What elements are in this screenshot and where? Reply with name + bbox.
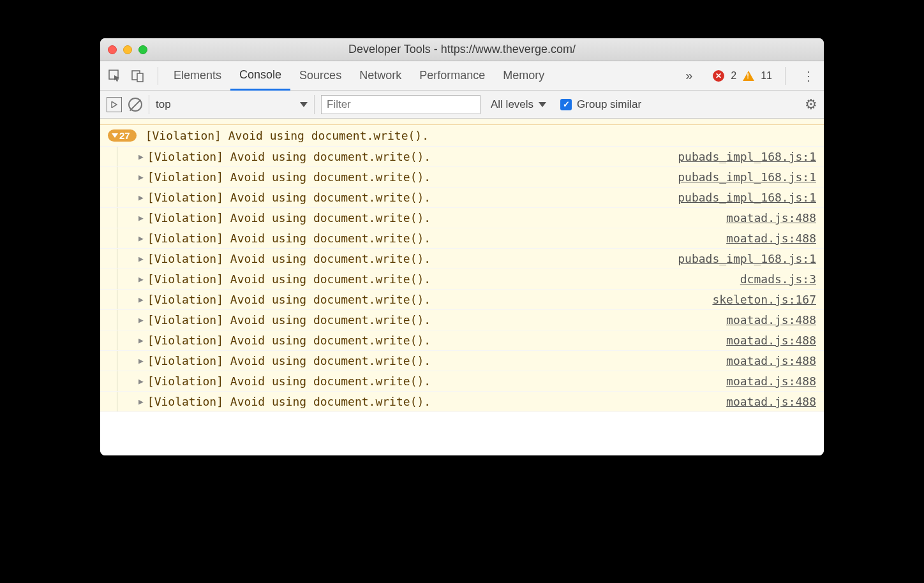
message-source-link[interactable]: moatad.js:488	[726, 232, 816, 245]
chevron-down-icon	[300, 102, 308, 107]
group-count: 27	[119, 130, 130, 141]
close-window-button[interactable]	[108, 45, 117, 54]
clear-console-icon[interactable]	[128, 98, 142, 112]
message-text: [Violation] Avoid using document.write()…	[147, 232, 431, 245]
separator	[785, 67, 786, 85]
message-text: [Violation] Avoid using document.write()…	[147, 252, 431, 265]
tabs-overflow-button[interactable]: »	[685, 68, 692, 83]
message-source-link[interactable]: moatad.js:488	[726, 374, 816, 388]
expand-triangle-icon[interactable]: ▶	[138, 295, 144, 304]
console-message-row[interactable]: ▶[Violation] Avoid using document.write(…	[100, 167, 824, 188]
console-message-row[interactable]: ▶[Violation] Avoid using document.write(…	[100, 290, 824, 310]
traffic-lights	[108, 45, 147, 54]
maximize-window-button[interactable]	[138, 45, 147, 54]
error-count[interactable]: 2	[731, 70, 736, 82]
message-text: [Violation] Avoid using document.write()…	[147, 211, 431, 225]
expand-triangle-icon[interactable]: ▶	[138, 213, 144, 223]
warning-count[interactable]: 11	[761, 70, 772, 82]
message-source-link[interactable]: moatad.js:488	[726, 313, 816, 327]
message-text: [Violation] Avoid using document.write()…	[147, 354, 431, 367]
log-levels-select[interactable]: All levels	[487, 98, 550, 111]
log-levels-label: All levels	[491, 98, 533, 111]
message-text: [Violation] Avoid using document.write()…	[147, 150, 431, 163]
console-message-row[interactable]: ▶[Violation] Avoid using document.write(…	[100, 269, 824, 290]
message-source-link[interactable]: pubads_impl_168.js:1	[678, 191, 816, 204]
message-source-link[interactable]: moatad.js:488	[726, 354, 816, 367]
expand-triangle-icon[interactable]: ▶	[138, 274, 144, 284]
console-message-row[interactable]: ▶[Violation] Avoid using document.write(…	[100, 392, 824, 412]
group-message-text: [Violation] Avoid using document.write()…	[145, 129, 429, 142]
error-badge-icon[interactable]: ✕	[713, 70, 724, 82]
titlebar: Developer Tools - https://www.theverge.c…	[100, 38, 824, 61]
console-message-row[interactable]: ▶[Violation] Avoid using document.write(…	[100, 208, 824, 228]
execution-context-value: top	[156, 98, 171, 111]
expand-triangle-icon[interactable]: ▶	[138, 254, 144, 263]
device-mode-icon[interactable]	[128, 66, 147, 85]
chevron-down-icon	[539, 102, 546, 107]
settings-gear-icon[interactable]: ⚙	[805, 96, 817, 113]
tab-network[interactable]: Network	[350, 61, 410, 90]
message-source-link[interactable]: pubads_impl_168.js:1	[678, 150, 816, 163]
message-source-link[interactable]: moatad.js:488	[726, 211, 816, 225]
tab-performance[interactable]: Performance	[410, 61, 494, 90]
group-count-badge: 27	[108, 129, 137, 142]
group-similar-label: Group similar	[577, 98, 641, 111]
expand-triangle-icon[interactable]: ▶	[138, 233, 144, 243]
previous-message-row	[100, 119, 824, 125]
tab-console[interactable]: Console	[230, 61, 290, 91]
message-text: [Violation] Avoid using document.write()…	[147, 334, 431, 347]
expand-triangle-icon[interactable]: ▶	[138, 397, 144, 406]
expand-triangle-icon[interactable]: ▶	[138, 193, 144, 202]
console-toolbar: top All levels ✓ Group similar ⚙	[100, 91, 824, 119]
message-source-link[interactable]: moatad.js:488	[726, 334, 816, 347]
checkbox-checked-icon: ✓	[560, 99, 572, 110]
expand-triangle-icon[interactable]: ▶	[138, 172, 144, 182]
message-text: [Violation] Avoid using document.write()…	[147, 272, 431, 286]
console-message-row[interactable]: ▶[Violation] Avoid using document.write(…	[100, 228, 824, 249]
chevron-down-icon	[112, 133, 118, 138]
expand-triangle-icon[interactable]: ▶	[138, 152, 144, 161]
minimize-window-button[interactable]	[123, 45, 132, 54]
tab-elements[interactable]: Elements	[165, 61, 230, 90]
show-console-sidebar-icon[interactable]	[107, 97, 122, 112]
expand-triangle-icon[interactable]: ▶	[138, 315, 144, 325]
separator	[158, 67, 158, 85]
message-text: [Violation] Avoid using document.write()…	[147, 170, 431, 184]
message-source-link[interactable]: pubads_impl_168.js:1	[678, 170, 816, 184]
message-text: [Violation] Avoid using document.write()…	[147, 374, 431, 388]
console-message-row[interactable]: ▶[Violation] Avoid using document.write(…	[100, 330, 824, 351]
message-source-link[interactable]: pubads_impl_168.js:1	[678, 252, 816, 265]
expand-triangle-icon[interactable]: ▶	[138, 336, 144, 345]
filter-input[interactable]	[321, 95, 481, 114]
console-message-row[interactable]: ▶[Violation] Avoid using document.write(…	[100, 351, 824, 371]
execution-context-select[interactable]: top	[149, 95, 315, 114]
console-message-row[interactable]: ▶[Violation] Avoid using document.write(…	[100, 310, 824, 330]
more-menu-icon[interactable]: ⋮	[798, 68, 819, 84]
console-message-row[interactable]: ▶[Violation] Avoid using document.write(…	[100, 188, 824, 208]
group-similar-toggle[interactable]: ✓ Group similar	[560, 98, 641, 111]
tabbar-right: » ✕ 2 11 ⋮	[685, 67, 819, 85]
message-source-link[interactable]: moatad.js:488	[726, 395, 816, 408]
tabs: Elements Console Sources Network Perform…	[165, 61, 553, 90]
inspect-element-icon[interactable]	[105, 66, 124, 85]
message-source-link[interactable]: dcmads.js:3	[740, 272, 816, 286]
message-text: [Violation] Avoid using document.write()…	[147, 293, 431, 306]
message-text: [Violation] Avoid using document.write()…	[147, 395, 431, 408]
expand-triangle-icon[interactable]: ▶	[138, 376, 144, 386]
window-title: Developer Tools - https://www.theverge.c…	[100, 43, 824, 56]
message-source-link[interactable]: skeleton.js:167	[712, 293, 816, 306]
message-text: [Violation] Avoid using document.write()…	[147, 313, 431, 327]
console-message-row[interactable]: ▶[Violation] Avoid using document.write(…	[100, 147, 824, 167]
svg-rect-2	[137, 73, 143, 82]
expand-triangle-icon[interactable]: ▶	[138, 356, 144, 365]
tab-sources[interactable]: Sources	[290, 61, 350, 90]
warning-badge-icon[interactable]	[743, 71, 754, 81]
panel-tabbar: Elements Console Sources Network Perform…	[100, 61, 824, 91]
devtools-window: Developer Tools - https://www.theverge.c…	[100, 38, 824, 455]
console-message-row[interactable]: ▶[Violation] Avoid using document.write(…	[100, 249, 824, 269]
message-group-header[interactable]: 27 [Violation] Avoid using document.writ…	[100, 125, 824, 147]
console-message-row[interactable]: ▶[Violation] Avoid using document.write(…	[100, 371, 824, 392]
message-text: [Violation] Avoid using document.write()…	[147, 191, 431, 204]
tab-memory[interactable]: Memory	[494, 61, 553, 90]
console-messages: 27 [Violation] Avoid using document.writ…	[100, 119, 824, 455]
